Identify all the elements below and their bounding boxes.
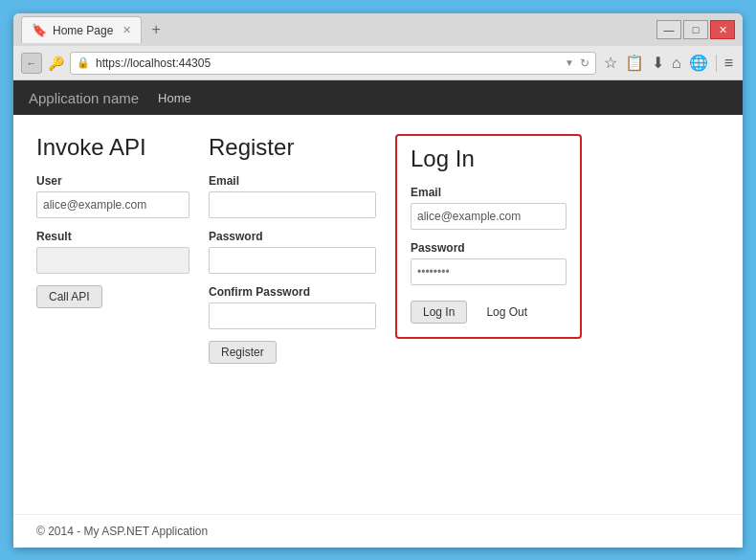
login-title: Log In [411,146,567,172]
login-button[interactable]: Log In [411,301,467,324]
register-password-label: Password [209,230,376,243]
new-tab-button[interactable]: + [145,21,166,38]
navigation-bar: Application name Home [13,80,743,115]
url-text: https://localhost:44305 [96,56,559,70]
user-input[interactable] [36,191,189,218]
star-icon[interactable]: ☆ [602,54,619,72]
login-email-label: Email [411,186,567,199]
url-bar[interactable]: 🔒 https://localhost:44305 ▼ ↻ [70,52,596,75]
logout-button[interactable]: Log Out [475,301,539,324]
url-dropdown-icon[interactable]: ▼ [565,57,574,68]
register-confirm-input[interactable] [209,302,376,329]
refresh-icon[interactable]: ↻ [580,56,589,70]
register-password-input[interactable] [209,247,376,274]
toolbar-separator [716,55,717,72]
tab-title: Home Page [53,24,113,37]
back-button[interactable]: ← [21,53,42,74]
tab-close-button[interactable]: ✕ [122,24,131,36]
invoke-api-title: Invoke API [36,134,189,161]
address-bar: ← 🔑 🔒 https://localhost:44305 ▼ ↻ ☆ 📋 ⬇ … [13,46,743,80]
login-email-input[interactable] [411,203,567,230]
register-title: Register [209,134,376,161]
register-button[interactable]: Register [209,341,277,364]
maximize-button[interactable]: □ [683,20,708,39]
download-icon[interactable]: ⬇ [650,54,666,72]
page-footer: © 2014 - My ASP.NET Application [13,514,743,548]
home-icon[interactable]: ⌂ [670,55,683,72]
invoke-api-section: Invoke API User Result Call API [36,134,189,308]
toolbar-icons: ☆ 📋 ⬇ ⌂ 🌐 ≡ [602,54,735,72]
title-bar: 🔖 Home Page ✕ + — □ ✕ [13,13,743,46]
network-icon[interactable]: 🌐 [687,54,710,72]
login-password-label: Password [411,241,567,255]
user-label: User [36,174,189,188]
app-name: Application name [29,90,139,106]
login-section: Log In Email Password Log In Log Out [395,134,582,339]
footer-text: © 2014 - My ASP.NET Application [36,525,208,538]
clipboard-icon[interactable]: 📋 [623,54,646,72]
register-confirm-label: Confirm Password [209,285,376,299]
lock-icon: 🔒 [77,56,90,69]
page-content: Invoke API User Result Call API Register… [13,115,743,514]
login-password-input[interactable] [411,258,567,285]
result-input[interactable] [36,247,189,274]
browser-tab[interactable]: 🔖 Home Page ✕ [21,16,142,43]
call-api-button[interactable]: Call API [36,285,102,308]
sections-container: Invoke API User Result Call API Register… [36,134,720,364]
tab-icon: 🔖 [32,23,47,37]
browser-window: 🔖 Home Page ✕ + — □ ✕ ← 🔑 🔒 https://loca… [13,13,743,548]
window-controls: — □ ✕ [656,20,735,39]
menu-icon[interactable]: ≡ [723,55,735,72]
result-label: Result [36,230,189,243]
close-button[interactable]: ✕ [710,20,735,39]
home-nav-link[interactable]: Home [158,91,191,105]
key-icon: 🔑 [48,56,64,71]
register-email-input[interactable] [209,191,376,218]
minimize-button[interactable]: — [656,20,681,39]
register-email-label: Email [209,174,376,188]
register-section: Register Email Password Confirm Password… [209,134,376,364]
